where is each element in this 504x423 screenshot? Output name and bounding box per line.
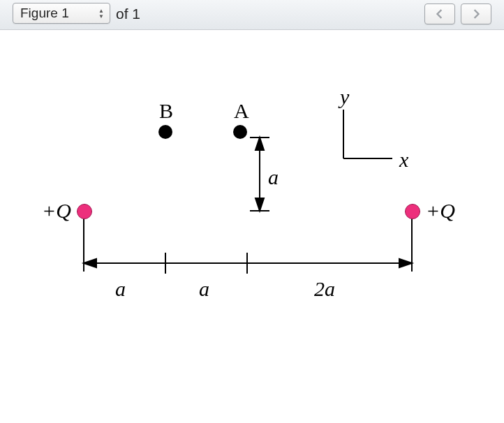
- label-point-b: B: [159, 99, 173, 123]
- figure-selector[interactable]: Figure 1 ▲▼: [13, 3, 110, 24]
- charge-label-left: +Q: [42, 199, 71, 223]
- toolbar: Figure 1 ▲▼ of 1: [0, 0, 504, 30]
- diagram-canvas: B A y x +Q +Q a a a 2a: [0, 29, 504, 423]
- axis-label-x: x: [399, 148, 408, 172]
- dim-label-h2: a: [199, 277, 209, 301]
- point-a: [233, 125, 247, 139]
- stepper-icon: ▲▼: [98, 8, 104, 19]
- dim-label-h3: 2a: [314, 277, 335, 301]
- svg-marker-9: [255, 198, 264, 211]
- prev-button[interactable]: [424, 3, 455, 24]
- point-b: [158, 125, 172, 139]
- figure-selector-label: Figure 1: [20, 6, 69, 21]
- next-button[interactable]: [461, 3, 491, 24]
- chevron-right-icon: [472, 9, 480, 19]
- axis-label-y: y: [340, 85, 349, 109]
- svg-marker-2: [399, 259, 412, 267]
- charge-right: [405, 204, 420, 219]
- svg-marker-8: [255, 138, 264, 150]
- charge-left: [77, 204, 92, 219]
- dim-label-vertical: a: [268, 165, 279, 189]
- label-point-a: A: [234, 99, 249, 123]
- dim-label-h1: a: [115, 277, 126, 301]
- figure-count-label: of 1: [116, 6, 140, 22]
- svg-marker-1: [84, 259, 96, 267]
- charge-label-right: +Q: [426, 199, 455, 223]
- chevron-left-icon: [436, 9, 444, 19]
